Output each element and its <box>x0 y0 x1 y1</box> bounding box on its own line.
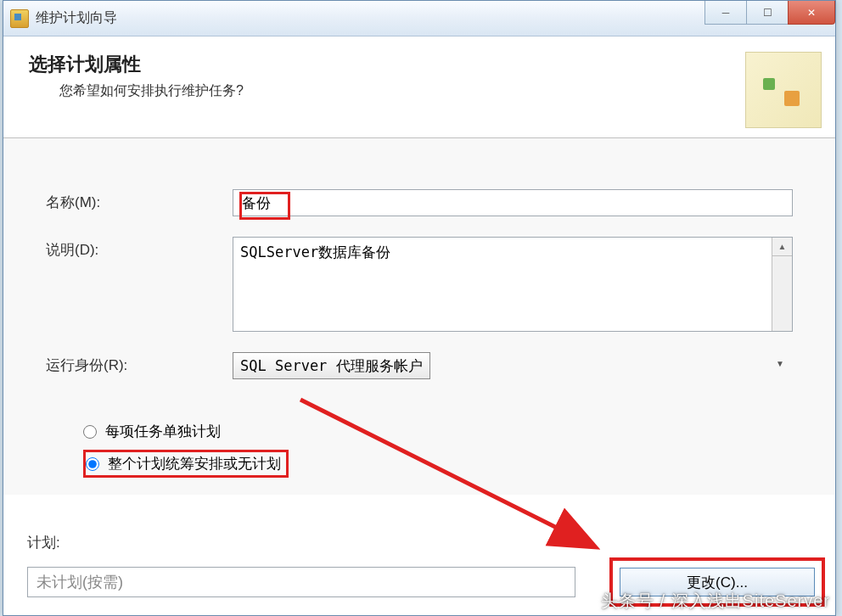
desc-row: 说明(D): ▲ <box>46 237 793 332</box>
app-icon <box>10 9 29 28</box>
name-row: 名称(M): <box>46 189 793 216</box>
runas-select[interactable]: SQL Server 代理服务帐户 <box>233 352 430 379</box>
desc-input[interactable] <box>233 238 772 331</box>
radio-single-input[interactable] <box>86 457 99 471</box>
runas-select-wrap: SQL Server 代理服务帐户 <box>233 352 793 379</box>
scroll-up-icon[interactable]: ▲ <box>772 238 792 256</box>
name-label: 名称(M): <box>46 189 233 212</box>
name-highlight: 备份 <box>239 192 290 220</box>
page-title: 选择计划属性 <box>29 52 810 77</box>
wizard-header: 选择计划属性 您希望如何安排执行维护任务? <box>3 36 835 138</box>
window-controls: ─ ☐ ✕ <box>705 1 835 25</box>
dialog-window: 维护计划向导 ─ ☐ ✕ 选择计划属性 您希望如何安排执行维护任务? 名称(M)… <box>3 0 836 616</box>
window-title: 维护计划向导 <box>36 9 117 27</box>
desc-wrap: ▲ <box>233 237 793 332</box>
watermark: 头条号 / 深入浅出SiteServer <box>601 590 830 613</box>
radio-separate-schedule[interactable]: 每项任务单独计划 <box>83 422 793 441</box>
titlebar[interactable]: 维护计划向导 ─ ☐ ✕ <box>3 1 835 36</box>
form-body: 名称(M): 备份 说明(D): ▲ 运行身份(R): SQL Server 代… <box>3 138 835 495</box>
minimize-button[interactable]: ─ <box>704 1 747 25</box>
wizard-icon <box>745 52 822 128</box>
plan-label: 计划: <box>27 533 825 552</box>
desc-label: 说明(D): <box>46 237 233 260</box>
radio-single-highlight: 整个计划统筹安排或无计划 <box>83 450 289 478</box>
radio-single-label: 整个计划统筹安排或无计划 <box>108 454 281 473</box>
textarea-scrollbar[interactable]: ▲ <box>772 238 792 331</box>
radio-single-schedule[interactable]: 整个计划统筹安排或无计划 <box>86 454 281 473</box>
name-input[interactable] <box>233 189 793 216</box>
runas-label: 运行身份(R): <box>46 352 233 375</box>
radio-separate-label: 每项任务单独计划 <box>105 422 221 441</box>
runas-row: 运行身份(R): SQL Server 代理服务帐户 <box>46 352 793 379</box>
plan-display <box>27 567 575 597</box>
maximize-button[interactable]: ☐ <box>746 1 789 25</box>
page-subtitle: 您希望如何安排执行维护任务? <box>29 82 810 100</box>
radio-separate-input[interactable] <box>83 425 97 439</box>
schedule-type-group: 每项任务单独计划 整个计划统筹安排或无计划 <box>46 422 793 478</box>
close-button[interactable]: ✕ <box>788 1 835 25</box>
